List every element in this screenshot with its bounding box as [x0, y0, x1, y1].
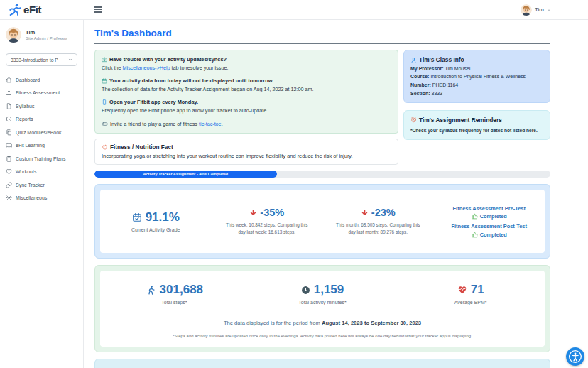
- fitness-fact-panel: Fitness / Nutrition Fact Incorporating y…: [94, 139, 398, 166]
- notice-text: Invite a friend to play a game of fitnes…: [110, 121, 223, 127]
- class-info-panel: Tim's Class Info My Professor: Tim Mouse…: [403, 50, 550, 103]
- accessibility-button[interactable]: [566, 347, 584, 366]
- sidebar-item-label: Miscellaneous: [16, 195, 47, 200]
- class-info-title: Tim's Class Info: [419, 56, 464, 63]
- main-content: Tim's Dashboard Have trouble with your a…: [84, 20, 588, 368]
- apple-icon: [102, 144, 108, 151]
- activity-grade-stat: 91.1% Current Activity Grade: [100, 210, 212, 232]
- sidebar-item-sync-tracker[interactable]: Sync Tracker: [6, 178, 77, 192]
- sidebar-item-label: Reports: [16, 117, 33, 121]
- gamepad-icon: [102, 121, 108, 127]
- sidebar-item-syllabus[interactable]: Syllabus: [6, 99, 77, 113]
- class-info-section: Section: 3333: [410, 90, 543, 97]
- user-menu-name: Tim: [535, 6, 544, 13]
- notice-title: Open your Fitbit app every Monday.: [109, 99, 198, 105]
- top-header: eFit Tim: [0, 0, 588, 20]
- sidebar-item-label: eFit Learning: [16, 143, 45, 148]
- upload-icon: [6, 90, 12, 96]
- assignment-progress-bar: Activity Tracker Assignment - 40% Comple…: [94, 171, 550, 178]
- app-window: eFit Tim: [0, 0, 588, 368]
- calendar-check-icon: [132, 212, 142, 222]
- fitness-fact-text: Incorporating yoga or stretching into yo…: [102, 153, 391, 159]
- thumbs-up-icon: [472, 213, 478, 220]
- runner-icon: [7, 3, 21, 17]
- sidebar-avatar: [6, 27, 21, 43]
- clock-icon: [6, 116, 12, 122]
- sidebar-nav: Dashboard Fitness Assessment Syllabus Re…: [6, 73, 77, 205]
- user-menu[interactable]: Tim: [521, 4, 551, 16]
- monthly-delta-caption: This month: 68,505 steps. Comparing this…: [322, 222, 434, 236]
- accessibility-icon: [568, 350, 582, 364]
- notice-title: Have trouble with your activity updates/…: [109, 56, 227, 63]
- miscellaneous-help-link[interactable]: Miscellaneous->Help: [123, 65, 170, 71]
- sidebar-item-label: Custom Training Plans: [16, 156, 65, 161]
- data-period-text: The data displayed is for the period fro…: [100, 320, 545, 326]
- sidebar-item-efit-learning[interactable]: eFit Learning: [6, 139, 77, 153]
- app-logo: eFit: [7, 3, 87, 17]
- heart-pulse-icon: [457, 285, 467, 295]
- tic-tac-toe-link[interactable]: tic-tac-toe: [199, 121, 222, 127]
- monthly-delta-value: -23%: [371, 207, 396, 218]
- clipboard-icon: [6, 156, 12, 162]
- data-footnote: *Steps and activity minutes are updated …: [100, 334, 545, 338]
- link-icon: [6, 182, 12, 188]
- gear-icon: [6, 195, 12, 201]
- class-info-number: Number: PHED 1164: [410, 82, 543, 88]
- sidebar-item-label: Fitness Assessment: [16, 90, 60, 95]
- activity-grade-value: 91.1%: [146, 210, 180, 224]
- total-steps-value: 301,688: [160, 283, 203, 297]
- class-info-title-row: Tim's Class Info: [410, 56, 543, 63]
- fitness-fact-title-row: Fitness / Nutrition Fact: [102, 144, 391, 151]
- progress-fill: Activity Tracker Assignment - 40% Comple…: [94, 171, 277, 178]
- phone-icon: [102, 99, 107, 105]
- alarm-clock-icon: [410, 117, 417, 123]
- assignment-reminders-title-row: Tim's Assignment Reminders: [410, 117, 543, 124]
- notice-title-row: Have trouble with your activity updates/…: [102, 56, 391, 63]
- totals-card: 301,688 Total steps* 1,159 Total activit…: [94, 265, 550, 352]
- thumbs-up-icon: [472, 232, 478, 238]
- notice-text: Frequently open the Fitbit phone app to …: [102, 107, 268, 114]
- sidebar: Tim Site Admin / Professor 3333-Introduc…: [0, 20, 84, 368]
- sidebar-item-miscellaneous[interactable]: Miscellaneous: [6, 192, 77, 205]
- notices-panel: Have trouble with your activity updates/…: [94, 50, 398, 134]
- sidebar-item-workouts[interactable]: Workouts: [6, 166, 77, 179]
- activity-summary-card: 91.1% Current Activity Grade -35% This w…: [94, 184, 550, 259]
- notice-title-row: Your activity data from today will not b…: [102, 77, 391, 84]
- data-period-dates: August 14, 2023 to September 30, 2023: [322, 320, 421, 326]
- sidebar-item-label: Dashboard: [16, 77, 40, 82]
- sidebar-item-fitness-assessment[interactable]: Fitness Assessment: [6, 87, 77, 100]
- monthly-steps-delta: -23% This month: 68,505 steps. Comparing…: [322, 207, 434, 236]
- total-minutes-stat: 1,159 Total activity minutes*: [249, 283, 397, 305]
- weekly-steps-delta: -35% This week: 10,842 steps. Comparing …: [212, 207, 323, 236]
- notice-fitbit-app: Open your Fitbit app every Monday. Frequ…: [102, 99, 391, 114]
- sidebar-user-name: Tim: [26, 29, 67, 36]
- course-select[interactable]: 3333-Introduction to P: [6, 53, 77, 66]
- notice-text: The collection of data for the Activity …: [102, 86, 313, 92]
- heart-icon: [6, 168, 12, 175]
- pre-test-status[interactable]: Fitness Assessment Pre-Test Completed: [434, 205, 545, 220]
- open-book-icon: [6, 142, 12, 148]
- post-test-status[interactable]: Fitness Assessment Post-Test Completed: [434, 223, 545, 238]
- notice-data-delay: Your activity data from today will not b…: [102, 77, 391, 92]
- sidebar-item-custom-training-plans[interactable]: Custom Training Plans: [6, 152, 77, 166]
- calendar-icon: [102, 78, 107, 84]
- menu-toggle-button[interactable]: [94, 5, 102, 14]
- document-icon: [6, 103, 12, 109]
- fitness-fact-title: Fitness / Nutrition Fact: [110, 144, 173, 151]
- class-info-course: Course: Introduction to Physical Fitness…: [410, 73, 543, 80]
- course-select-value: 3333-Introduction to P: [11, 58, 58, 63]
- notice-body: Invite a friend to play a game of fitnes…: [102, 121, 391, 127]
- notice-text: tab to resolve your issue.: [170, 65, 228, 71]
- walking-person-icon: [146, 285, 156, 296]
- home-icon: [6, 77, 12, 83]
- average-bpm-stat: 71 Average BPM*: [396, 283, 545, 305]
- arrow-down-icon: [361, 209, 369, 217]
- sidebar-item-reports[interactable]: Reports: [6, 113, 77, 126]
- user-avatar: [521, 4, 532, 16]
- sidebar-item-label: Sync Tracker: [16, 183, 45, 188]
- assignment-reminders-panel: Tim's Assignment Reminders *Check your s…: [403, 110, 550, 140]
- assignment-reminders-title: Tim's Assignment Reminders: [419, 117, 502, 124]
- activity-grade-label: Current Activity Grade: [100, 227, 212, 232]
- sidebar-item-quiz-modules[interactable]: Quiz Modules/eBook: [6, 126, 77, 139]
- sidebar-item-dashboard[interactable]: Dashboard: [6, 73, 77, 87]
